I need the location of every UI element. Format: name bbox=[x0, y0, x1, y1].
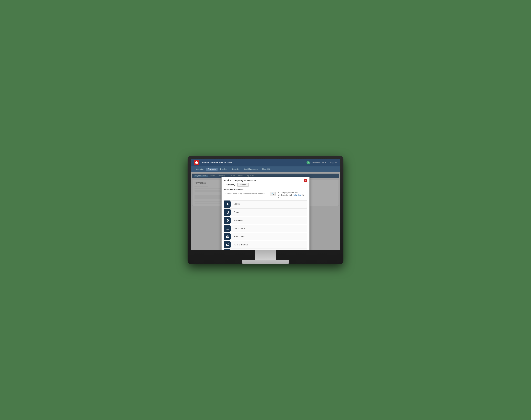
utilities-icon-box bbox=[224, 200, 231, 208]
svg-point-10 bbox=[228, 236, 229, 237]
menu-bar: Accounts ▾ Payments Transfers ▾ Deposits… bbox=[191, 166, 340, 172]
search-input[interactable] bbox=[224, 192, 270, 195]
tv-internet-icon-box bbox=[224, 241, 231, 248]
bank-name: AMERICAN NATIONAL BANK OF TEXAS bbox=[200, 162, 232, 164]
phone-icon-box bbox=[224, 209, 231, 216]
category-item-store-cards[interactable]: Store Cards bbox=[224, 233, 307, 240]
svg-rect-3 bbox=[227, 211, 228, 213]
app-wrapper: AMERICAN NATIONAL BANK OF TEXAS C Custom… bbox=[191, 159, 340, 250]
search-section: Search Our Network 🔍 If a company can't … bbox=[221, 187, 310, 200]
customer-info: C Customer Name ▾ bbox=[307, 161, 326, 165]
search-left: Search Our Network 🔍 bbox=[224, 188, 276, 196]
nav-right: C Customer Name ▾ | Log Out bbox=[307, 161, 337, 165]
category-item-phone[interactable]: Phone bbox=[224, 209, 307, 216]
svg-point-4 bbox=[228, 213, 228, 213]
deposits-arrow-icon: ▾ bbox=[239, 168, 240, 170]
insurance-label: Insurance bbox=[231, 219, 245, 222]
insurance-icon bbox=[226, 219, 229, 222]
modal-tabs: Company Person bbox=[221, 182, 310, 187]
menu-label-deposits: Deposits bbox=[232, 168, 239, 170]
tab-company-label: Company bbox=[226, 184, 235, 186]
menu-item-transfers[interactable]: Transfers ▾ bbox=[218, 168, 230, 171]
top-nav: AMERICAN NATIONAL BANK OF TEXAS C Custom… bbox=[191, 159, 340, 166]
svg-rect-8 bbox=[226, 236, 229, 238]
tv-internet-icon bbox=[226, 243, 229, 246]
menu-label-payments: Payments bbox=[208, 168, 216, 170]
store-cards-icon-box bbox=[224, 233, 231, 240]
store-cards-icon bbox=[226, 235, 229, 238]
bank-logo-icon bbox=[194, 160, 199, 165]
svg-point-9 bbox=[227, 236, 228, 237]
add-company-person-modal: Add a Company or Person ✕ Company Person bbox=[221, 177, 310, 250]
monitor: AMERICAN NATIONAL BANK OF TEXAS C Custom… bbox=[188, 156, 343, 264]
utilities-icon bbox=[226, 202, 229, 206]
monitor-stand-neck bbox=[255, 250, 276, 260]
menu-label-transfers: Transfers bbox=[220, 168, 227, 170]
search-helper-text: If a company can't be paid electronicall… bbox=[278, 188, 307, 199]
phone-label: Phone bbox=[231, 211, 242, 213]
home-icon-box bbox=[224, 249, 231, 250]
transfers-arrow-icon: ▾ bbox=[228, 168, 228, 170]
svg-rect-7 bbox=[227, 229, 227, 229]
customer-name: Customer Name bbox=[310, 162, 324, 164]
customer-chevron: ▾ bbox=[325, 162, 326, 164]
svg-rect-12 bbox=[227, 244, 229, 245]
page-content: Payment Center Activity Popmoney Account… bbox=[191, 172, 340, 250]
category-item-tv-internet[interactable]: TV and Internet bbox=[224, 241, 307, 248]
menu-label-moneyhd: MoneyHD bbox=[262, 168, 270, 170]
menu-label-card-management: Card Management bbox=[244, 168, 258, 170]
menu-item-deposits[interactable]: Deposits ▾ bbox=[231, 168, 242, 171]
store-cards-label: Store Cards bbox=[231, 235, 247, 238]
monitor-screen: AMERICAN NATIONAL BANK OF TEXAS C Custom… bbox=[191, 159, 340, 250]
search-network-label: Search Our Network bbox=[224, 188, 276, 191]
credit-cards-icon bbox=[226, 227, 229, 230]
menu-item-card-management[interactable]: Card Management bbox=[242, 168, 260, 171]
search-input-wrap: 🔍 bbox=[224, 192, 276, 196]
tab-person[interactable]: Person bbox=[237, 183, 249, 187]
modal-close-button[interactable]: ✕ bbox=[304, 179, 307, 182]
insurance-icon-box bbox=[224, 217, 231, 224]
mail-check-link[interactable]: mail a check bbox=[293, 194, 302, 196]
svg-rect-6 bbox=[226, 228, 229, 229]
bank-logo: AMERICAN NATIONAL BANK OF TEXAS bbox=[194, 160, 232, 165]
nav-divider: | bbox=[328, 162, 328, 164]
modal-title: Add a Company or Person bbox=[224, 179, 256, 182]
utilities-label: Utilities bbox=[231, 203, 243, 205]
credit-cards-icon-box bbox=[224, 225, 231, 232]
menu-label-accounts: Accounts bbox=[196, 168, 203, 170]
category-item-insurance[interactable]: Insurance bbox=[224, 217, 307, 224]
tv-internet-label: TV and Internet bbox=[231, 243, 250, 246]
search-button[interactable]: 🔍 bbox=[270, 192, 275, 195]
category-item-credit-cards[interactable]: Credit Cards bbox=[224, 225, 307, 232]
tab-company[interactable]: Company bbox=[224, 183, 237, 187]
monitor-stand-base bbox=[242, 260, 289, 264]
logout-link[interactable]: Log Out bbox=[330, 162, 337, 164]
tab-person-label: Person bbox=[240, 184, 246, 186]
modal-overlay: Add a Company or Person ✕ Company Person bbox=[191, 172, 340, 250]
category-item-utilities[interactable]: Utilities bbox=[224, 200, 307, 208]
category-list: Utilities bbox=[221, 200, 310, 250]
modal-title-bar: Add a Company or Person ✕ bbox=[221, 177, 310, 182]
menu-item-moneyhd[interactable]: MoneyHD bbox=[261, 168, 271, 171]
phone-icon bbox=[226, 210, 229, 214]
credit-cards-label: Credit Cards bbox=[231, 227, 247, 230]
menu-item-accounts[interactable]: Accounts ▾ bbox=[194, 168, 206, 171]
accounts-arrow-icon: ▾ bbox=[203, 168, 204, 170]
menu-item-payments[interactable]: Payments bbox=[206, 168, 218, 171]
category-item-home[interactable]: Home bbox=[224, 249, 307, 250]
customer-avatar: C bbox=[307, 161, 310, 165]
